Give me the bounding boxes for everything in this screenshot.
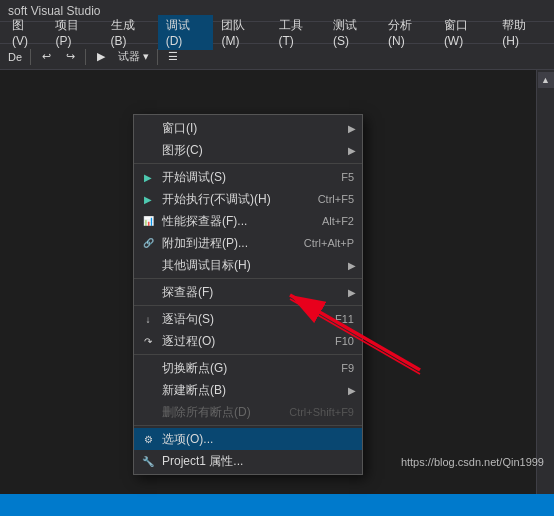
- right-panel: ▲: [536, 70, 554, 494]
- menu-project[interactable]: 项目(P): [47, 15, 102, 50]
- step-over-icon: ↷: [140, 333, 156, 349]
- menu-item-toggle-breakpoint[interactable]: 切换断点(G) F9: [134, 357, 362, 379]
- menu-item-window[interactable]: 窗口(I) ▶: [134, 117, 362, 139]
- menu-test[interactable]: 测试(S): [325, 15, 380, 50]
- submenu-arrow-breakpoint: ▶: [348, 385, 356, 396]
- submenu-arrow-targets: ▶: [348, 260, 356, 271]
- submenu-arrow-inspector: ▶: [348, 287, 356, 298]
- menu-build[interactable]: 生成(B): [103, 15, 158, 50]
- menu-item-attach-process[interactable]: 🔗 附加到进程(P)... Ctrl+Alt+P: [134, 232, 362, 254]
- debug-dropdown-menu: 窗口(I) ▶ 图形(C) ▶ ▶ 开始调试(S) F5 ▶ 开始执行(不调试)…: [133, 114, 363, 475]
- menu-section-3: 探查器(F) ▶: [134, 279, 362, 306]
- toolbar-separator-3: [157, 49, 158, 65]
- menu-team[interactable]: 团队(M): [213, 15, 270, 50]
- toolbar-separator-2: [85, 49, 86, 65]
- menu-section-6: ⚙ 选项(O)... 🔧 Project1 属性...: [134, 426, 362, 474]
- menu-analyze[interactable]: 分析(N): [380, 15, 436, 50]
- menu-item-inspector[interactable]: 探查器(F) ▶: [134, 281, 362, 303]
- menu-item-new-breakpoint[interactable]: 新建断点(B) ▶: [134, 379, 362, 401]
- menu-section-1: 窗口(I) ▶ 图形(C) ▶: [134, 115, 362, 164]
- step-into-icon: ↓: [140, 311, 156, 327]
- menu-section-4: ↓ 逐语句(S) F11 ↷ 逐过程(O) F10: [134, 306, 362, 355]
- menu-window[interactable]: 窗口(W): [436, 15, 494, 50]
- menu-item-graphics[interactable]: 图形(C) ▶: [134, 139, 362, 161]
- status-bar: [0, 494, 554, 516]
- start-debug-icon: ▶: [140, 169, 156, 185]
- submenu-arrow-graphics: ▶: [348, 145, 356, 156]
- submenu-arrow-window: ▶: [348, 123, 356, 134]
- toolbar-separator-1: [30, 49, 31, 65]
- scroll-up[interactable]: ▲: [538, 72, 554, 88]
- toolbar-target-text: 试器 ▾: [114, 49, 153, 64]
- menu-debug[interactable]: 调试(D): [158, 15, 214, 50]
- menu-section-2: ▶ 开始调试(S) F5 ▶ 开始执行(不调试)(H) Ctrl+F5 📊 性能…: [134, 164, 362, 279]
- menu-item-step-over[interactable]: ↷ 逐过程(O) F10: [134, 330, 362, 352]
- toolbar-de-text: De: [4, 51, 26, 63]
- menu-help[interactable]: 帮助(H): [494, 15, 550, 50]
- menu-tools[interactable]: 工具(T): [271, 15, 325, 50]
- menu-item-other-targets[interactable]: 其他调试目标(H) ▶: [134, 254, 362, 276]
- menu-item-start-no-debug[interactable]: ▶ 开始执行(不调试)(H) Ctrl+F5: [134, 188, 362, 210]
- menu-item-profiler[interactable]: 📊 性能探查器(F)... Alt+F2: [134, 210, 362, 232]
- start-no-debug-icon: ▶: [140, 191, 156, 207]
- menu-item-step-into[interactable]: ↓ 逐语句(S) F11: [134, 308, 362, 330]
- profiler-icon: 📊: [140, 213, 156, 229]
- options-gear-icon: ⚙: [140, 431, 156, 447]
- properties-icon: 🔧: [140, 453, 156, 469]
- menu-view[interactable]: 图(V): [4, 15, 47, 50]
- menu-item-options[interactable]: ⚙ 选项(O)...: [134, 428, 362, 450]
- menu-item-start-debug[interactable]: ▶ 开始调试(S) F5: [134, 166, 362, 188]
- main-area: ▲ 窗口(I) ▶ 图形(C) ▶ ▶ 开始调试(S) F5 ▶ 开始执行(不调…: [0, 70, 554, 494]
- menu-bar: 图(V) 项目(P) 生成(B) 调试(D) 团队(M) 工具(T) 测试(S)…: [0, 22, 554, 44]
- attach-icon: 🔗: [140, 235, 156, 251]
- menu-item-project-properties[interactable]: 🔧 Project1 属性...: [134, 450, 362, 472]
- menu-section-5: 切换断点(G) F9 新建断点(B) ▶ 删除所有断点(D) Ctrl+Shif…: [134, 355, 362, 426]
- menu-item-delete-breakpoints[interactable]: 删除所有断点(D) Ctrl+Shift+F9: [134, 401, 362, 423]
